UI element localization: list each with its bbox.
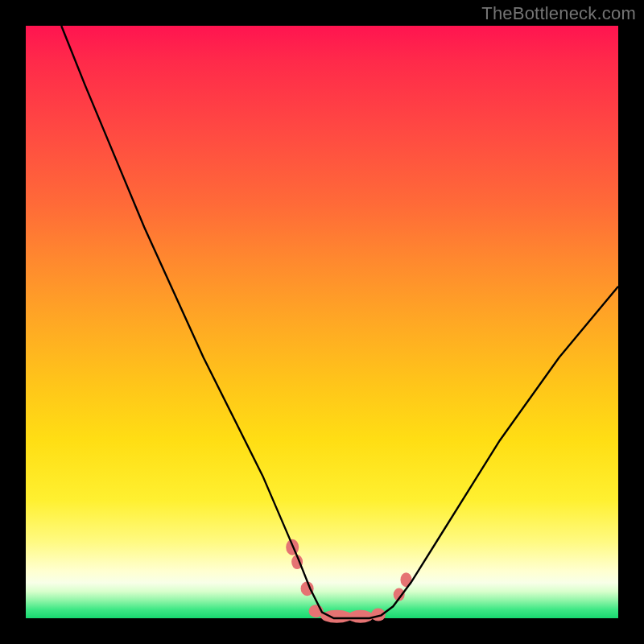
curve-marker-5	[348, 610, 374, 623]
bottleneck-curve	[61, 26, 618, 618]
watermark-label: TheBottleneck.com	[481, 3, 636, 24]
plot-area	[26, 26, 618, 618]
chart-frame: TheBottleneck.com	[0, 0, 644, 644]
markers-group	[286, 539, 411, 623]
chart-svg	[26, 26, 618, 618]
